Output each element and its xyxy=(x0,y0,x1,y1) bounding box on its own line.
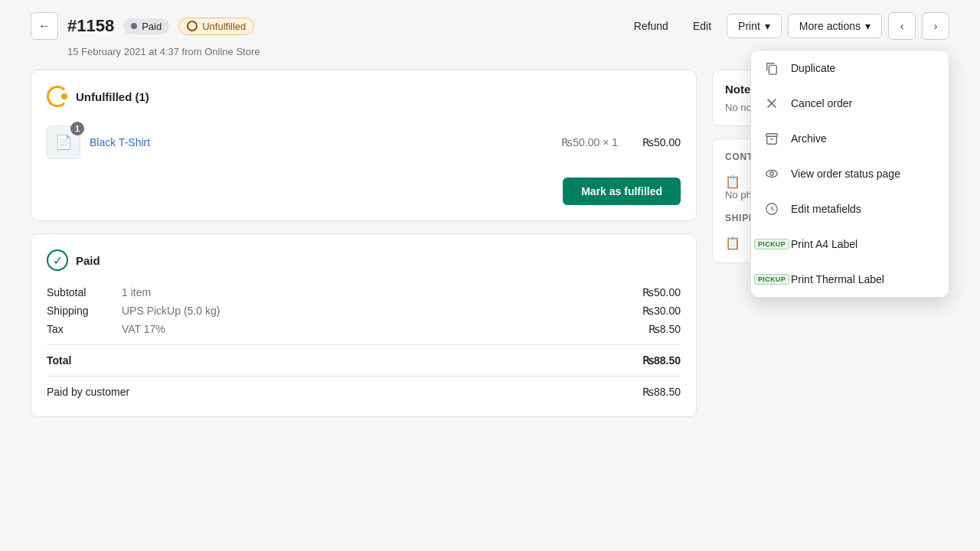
shipping-label: Shipping xyxy=(47,305,116,317)
unfulfilled-badge: Unfulfilled xyxy=(178,18,254,35)
subtotal-value: 1 item xyxy=(122,286,636,298)
print-thermal-label: Print Thermal Label xyxy=(791,273,884,285)
dropdown-item-cancel[interactable]: Cancel order xyxy=(751,86,949,121)
shipping-amount: ₨30.00 xyxy=(642,305,681,317)
paid-header: ✓ Paid xyxy=(47,249,681,271)
dropdown-item-metafields[interactable]: Edit metafields xyxy=(751,191,949,227)
tax-value: VAT 17% xyxy=(122,323,642,335)
product-price: ₨50.00 × 1 xyxy=(561,136,618,148)
dropdown-item-archive[interactable]: Archive xyxy=(751,121,949,156)
unfulfilled-title: Unfulfilled (1) xyxy=(76,90,149,103)
paid-dot xyxy=(131,23,137,29)
dropdown-item-duplicate[interactable]: Duplicate xyxy=(751,51,949,86)
dropdown-item-print-thermal[interactable]: PICKUP Print Thermal Label xyxy=(751,262,949,297)
product-link[interactable]: Black T-Shirt xyxy=(90,136,552,148)
archive-label: Archive xyxy=(791,132,827,145)
duplicate-icon xyxy=(763,60,780,77)
chevron-down-icon: ▾ xyxy=(765,20,770,32)
pickup-thermal-icon: PICKUP xyxy=(763,271,780,288)
edit-button[interactable]: Edit xyxy=(684,14,720,38)
next-order-button[interactable]: › xyxy=(922,12,949,40)
paid-divider xyxy=(47,376,681,377)
mark-fulfilled-button[interactable]: Mark as fulfilled xyxy=(563,178,681,205)
product-qty-badge: 1 xyxy=(70,122,84,135)
print-a4-label: Print A4 Label xyxy=(791,238,858,250)
svg-rect-3 xyxy=(766,134,777,137)
paid-amount: ₨88.50 xyxy=(642,386,681,398)
shipping-row: Shipping UPS PickUp (5.0 kg) ₨30.00 xyxy=(47,302,681,320)
header-actions: Refund Edit Print ▾ More actions ▾ ‹ › xyxy=(625,12,949,40)
cancel-icon xyxy=(763,95,780,112)
product-total: ₨50.00 xyxy=(627,136,681,148)
prev-order-button[interactable]: ‹ xyxy=(888,12,916,40)
paid-badge: Paid xyxy=(123,18,169,34)
paid-by-row: Paid by customer ₨88.50 xyxy=(47,383,681,401)
paid-card: ✓ Paid Subtotal 1 item ₨50.00 Shipping U… xyxy=(31,233,697,417)
dropdown-item-print-a4[interactable]: PICKUP Print A4 Label xyxy=(751,227,949,262)
tax-row: Tax VAT 17% ₨8.50 xyxy=(47,320,681,338)
unfulfilled-circle xyxy=(187,21,198,31)
unfulfilled-card: Unfulfilled (1) 📄 1 Black T-Shirt ₨50.00… xyxy=(31,70,697,221)
dropdown-item-view-status[interactable]: View order status page xyxy=(751,156,949,191)
svg-point-5 xyxy=(766,171,777,178)
product-thumbnail: 📄 1 xyxy=(47,126,80,159)
svg-point-6 xyxy=(770,172,774,176)
paid-title: Paid xyxy=(76,254,100,267)
dropdown-scroll[interactable]: Duplicate Cancel order Archive xyxy=(751,51,949,297)
metafields-label: Edit metafields xyxy=(791,203,861,215)
order-id: #1158 xyxy=(67,16,114,36)
mark-fulfilled-row: Mark as fulfilled xyxy=(47,178,681,205)
total-row: Total ₨88.50 xyxy=(47,351,681,370)
paid-check-icon: ✓ xyxy=(47,249,68,271)
archive-icon xyxy=(763,130,780,147)
unfulfilled-icon xyxy=(47,86,68,107)
view-status-label: View order status page xyxy=(791,168,900,180)
total-label: Total xyxy=(47,354,116,367)
refund-button[interactable]: Refund xyxy=(625,14,678,38)
subtotal-row: Subtotal 1 item ₨50.00 xyxy=(47,283,681,302)
metafields-icon xyxy=(763,201,780,217)
total-amount: ₨88.50 xyxy=(642,354,681,367)
tax-label: Tax xyxy=(47,323,116,335)
back-button[interactable]: ← xyxy=(31,12,58,40)
more-actions-button[interactable]: More actions ▾ xyxy=(788,14,882,38)
left-column: Unfulfilled (1) 📄 1 Black T-Shirt ₨50.00… xyxy=(31,70,697,551)
paid-label: Paid by customer xyxy=(47,386,129,398)
summary-divider xyxy=(47,344,681,345)
product-row: 📄 1 Black T-Shirt ₨50.00 × 1 ₨50.00 xyxy=(47,119,681,165)
subtotal-label: Subtotal xyxy=(47,286,116,298)
cancel-label: Cancel order xyxy=(791,97,852,109)
unfulfilled-header: Unfulfilled (1) xyxy=(47,86,681,107)
svg-rect-0 xyxy=(769,65,776,74)
shipping-value: UPS PickUp (5.0 kg) xyxy=(122,305,636,317)
chevron-down-icon: ▾ xyxy=(865,20,871,32)
page-header: ← #1158 Paid Unfulfilled Refund Edit Pri… xyxy=(31,12,949,40)
duplicate-label: Duplicate xyxy=(791,62,835,74)
subtotal-amount: ₨50.00 xyxy=(642,286,681,298)
pickup-a4-icon: PICKUP xyxy=(763,236,780,253)
print-button[interactable]: Print ▾ xyxy=(727,14,782,38)
tax-amount: ₨8.50 xyxy=(648,323,681,335)
more-actions-dropdown: Duplicate Cancel order Archive xyxy=(750,50,949,298)
document-icon: 📄 xyxy=(55,134,72,151)
eye-icon xyxy=(763,165,780,182)
